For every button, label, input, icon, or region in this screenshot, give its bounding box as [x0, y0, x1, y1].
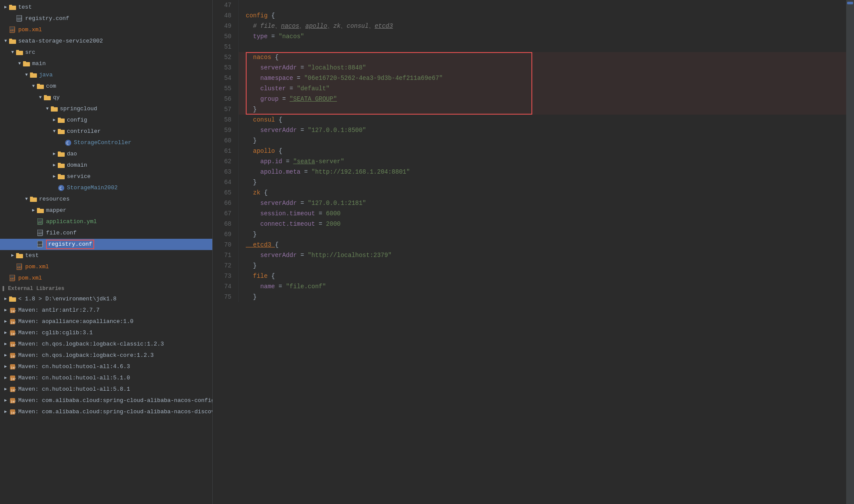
svg-text:jar: jar	[10, 343, 16, 347]
svg-rect-35	[30, 198, 37, 202]
line-content-48[interactable]: config {	[239, 10, 854, 21]
line-content-71[interactable]: serverAddr = "http://localhost:2379"	[239, 250, 854, 260]
tree-arrow-maven-aop	[3, 319, 9, 325]
file-icon-maven-nacos: jar	[9, 397, 16, 405]
tree-item-jdk18[interactable]: < 1.8 > D:\environment\jdk1.8	[0, 293, 212, 305]
line-content-66[interactable]: serverAddr = "127.0.0.1:2181"	[239, 198, 854, 208]
file-icon-springcloud	[50, 105, 58, 113]
svg-text:C: C	[59, 186, 62, 191]
line-content-60[interactable]: }	[239, 135, 854, 146]
tree-item-com[interactable]: com	[0, 81, 212, 92]
file-icon-maven-hutool-all-581: jar	[9, 385, 16, 393]
item-label-qy: qy	[53, 93, 60, 102]
code-line-59: 59 serverAddr = "127.0.0.1:8500"	[213, 125, 854, 135]
tree-item-maven-nacos[interactable]: jarMaven: com.alibaba.cloud:spring-cloud…	[0, 395, 212, 406]
tree-item-domain[interactable]: domain	[0, 160, 212, 171]
line-content-72[interactable]: }	[239, 260, 854, 271]
tree-item-maven-nacos2[interactable]: jarMaven: com.alibaba.cloud:spring-cloud…	[0, 406, 212, 418]
tree-item-main[interactable]: main	[0, 58, 212, 69]
tree-item-resources[interactable]: resources	[0, 194, 212, 205]
item-label-controller: controller	[67, 127, 101, 136]
tree-item-service[interactable]: service	[0, 171, 212, 182]
line-content-53[interactable]: serverAddr = "localhost:8848"	[239, 63, 854, 73]
line-content-67[interactable]: session.timeout = 6000	[239, 208, 854, 219]
line-content-65[interactable]: zk {	[239, 188, 854, 198]
file-icon-jdk18	[9, 295, 16, 303]
tree-item-qy[interactable]: qy	[0, 92, 212, 103]
line-content-73[interactable]: file {	[239, 271, 854, 281]
tree-item-maven-hutool-all-510[interactable]: jarMaven: cn.hutool:hutool-all:5.1.0	[0, 372, 212, 384]
tree-item-controller[interactable]: controller	[0, 126, 212, 137]
code-line-58: 58 consul {	[213, 115, 854, 125]
line-number-68: 68	[213, 219, 239, 229]
file-tree-sidebar[interactable]: testconfregistry.confxmlpom.xmlseata-sto…	[0, 0, 213, 504]
item-label-com: com	[46, 82, 56, 91]
tree-item-test-folder-top[interactable]: test	[0, 2, 212, 13]
line-content-50[interactable]: type = "nacos"	[239, 31, 854, 42]
right-gutter	[846, 0, 854, 504]
tree-item-registry-conf-top[interactable]: confregistry.conf	[0, 13, 212, 24]
item-label-pom-xml-1: pom.xml	[18, 25, 42, 35]
line-content-68[interactable]: connect.timeout = 2000	[239, 219, 854, 229]
tree-arrow-java	[23, 72, 30, 78]
svg-rect-19	[51, 107, 58, 112]
tree-arrow-pom-xml-2	[10, 264, 16, 270]
tree-item-seata-storage[interactable]: seata-storage-service2002	[0, 36, 212, 47]
tree-item-src[interactable]: src	[0, 47, 212, 58]
tree-item-config[interactable]: config	[0, 115, 212, 126]
tree-arrow-resources	[23, 196, 30, 202]
line-content-47[interactable]	[239, 0, 854, 10]
line-content-61[interactable]: apollo {	[239, 146, 854, 156]
tree-item-registry-conf[interactable]: confregistry.conf	[0, 239, 212, 250]
item-label-maven-antlr: Maven: antlr:antlr:2.7.7	[18, 306, 99, 315]
line-content-74[interactable]: name = "file.conf"	[239, 281, 854, 292]
code-line-71: 71 serverAddr = "http://localhost:2379"	[213, 250, 854, 260]
line-content-56[interactable]: group = "SEATA_GROUP"	[239, 94, 854, 104]
tree-item-java[interactable]: java	[0, 69, 212, 81]
line-number-47: 47	[213, 0, 239, 10]
tree-item-maven-logback-core[interactable]: jarMaven: ch.qos.logback:logback-core:1.…	[0, 350, 212, 361]
line-content-52[interactable]: nacos {	[239, 52, 854, 63]
tree-item-maven-antlr[interactable]: jarMaven: antlr:antlr:2.7.7	[0, 305, 212, 316]
tree-item-pom-xml-1[interactable]: xmlpom.xml	[0, 24, 212, 36]
tree-arrow-service	[51, 174, 57, 180]
tree-item-maven-hutool-all-463[interactable]: jarMaven: cn.hutool:hutool-all:4.6.3	[0, 361, 212, 372]
svg-text:conf: conf	[16, 17, 22, 20]
tree-item-file-conf[interactable]: conffile.conf	[0, 227, 212, 239]
item-label-maven-logback-classic: Maven: ch.qos.logback:logback-classic:1.…	[18, 339, 164, 349]
file-icon-maven-logback-classic: jar	[9, 340, 16, 348]
tree-item-mapper[interactable]: mapper	[0, 205, 212, 216]
line-content-49[interactable]: # file、nacos、apollo、zk、consul、etcd3	[239, 21, 854, 31]
tree-item-maven-hutool-all-581[interactable]: jarMaven: cn.hutool:hutool-all:5.8.1	[0, 384, 212, 395]
tree-item-maven-aop[interactable]: jarMaven: aopalliance:aopalliance:1.0	[0, 316, 212, 327]
tree-item-dao[interactable]: dao	[0, 148, 212, 160]
line-content-54[interactable]: namespace = "06e16720-5262-4ea3-9d3b-4ef…	[239, 73, 854, 83]
tree-arrow-springcloud	[44, 106, 50, 112]
tree-item-maven-logback-classic[interactable]: jarMaven: ch.qos.logback:logback-classic…	[0, 339, 212, 350]
tree-item-pom-xml-2[interactable]: xmlpom.xml	[0, 261, 212, 273]
line-content-70[interactable]: etcd3 {	[239, 240, 854, 250]
line-content-51[interactable]	[239, 42, 854, 52]
line-content-64[interactable]: }	[239, 177, 854, 188]
tree-item-test-folder[interactable]: test	[0, 250, 212, 261]
line-content-59[interactable]: serverAddr = "127.0.0.1:8500"	[239, 125, 854, 135]
tree-arrow-application-yml	[30, 219, 36, 225]
tree-item-springcloud[interactable]: springcloud	[0, 103, 212, 115]
item-label-domain: domain	[67, 161, 87, 170]
line-content-55[interactable]: cluster = "default"	[239, 83, 854, 94]
svg-text:jar: jar	[10, 321, 16, 324]
tree-item-maven-cglib[interactable]: jarMaven: cglib:cglib:3.1	[0, 327, 212, 339]
line-content-57[interactable]: }	[239, 104, 854, 115]
tree-item-application-yml[interactable]: ymlapplication.yml	[0, 216, 212, 227]
tree-item-pom-xml-3[interactable]: xmlpom.xml	[0, 273, 212, 284]
tree-arrow-file-conf	[30, 230, 36, 236]
line-content-62[interactable]: app.id = "seata-server"	[239, 156, 854, 167]
code-line-51: 51	[213, 42, 854, 52]
tree-item-StorageController[interactable]: CStorageController	[0, 137, 212, 148]
line-content-75[interactable]: }	[239, 292, 854, 302]
line-content-63[interactable]: apollo.meta = "http://192.168.1.204:8801…	[239, 167, 854, 177]
line-content-58[interactable]: consul {	[239, 115, 854, 125]
line-content-69[interactable]: }	[239, 229, 854, 240]
tree-item-StorageMain2002[interactable]: CStorageMain2002	[0, 182, 212, 194]
item-label-maven-cglib: Maven: cglib:cglib:3.1	[18, 328, 93, 338]
